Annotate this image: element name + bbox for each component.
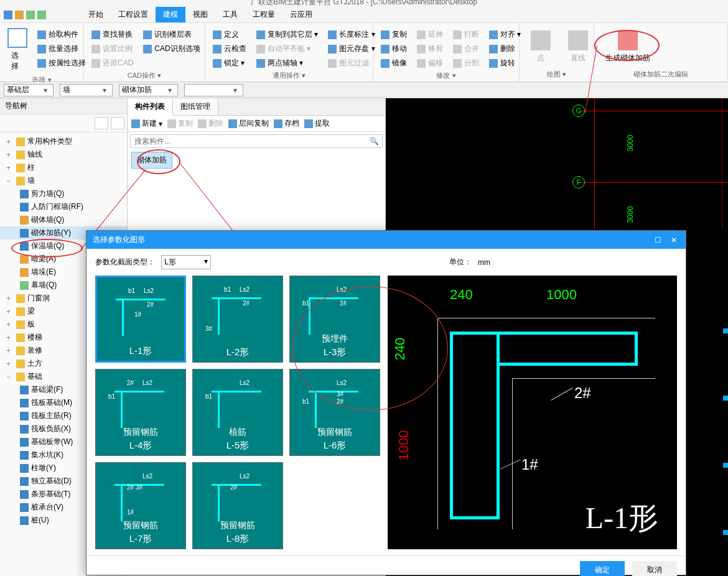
pick-element[interactable]: 拾取构件 [35, 28, 88, 41]
shape-l4[interactable]: 2#Ls2b1 预留钢筋 L-4形 [95, 369, 186, 456]
dim-depth: 1000 [396, 430, 412, 461]
preview-label: L-1形 [586, 498, 658, 538]
nav-view-btn-1[interactable] [95, 117, 108, 129]
shape-l8[interactable]: Ls22# 预留钢筋 L-8形 [192, 462, 283, 549]
unit-value: mm [478, 258, 490, 267]
shape-l2[interactable]: b1Ls22#3# L-2形 [192, 276, 283, 363]
tree-rfwall[interactable]: 人防门框墙(RF) [0, 200, 127, 213]
cancel-button[interactable]: 取消 [632, 561, 677, 576]
cloud-check[interactable]: 云检查 [210, 42, 249, 55]
trim: 修剪 [414, 42, 446, 55]
tree-column[interactable]: +柱 [0, 161, 127, 174]
shape-l6[interactable]: Ls23#2#b1 预留钢筋 L-6形 [289, 369, 380, 456]
dialog-max-icon[interactable]: ☐ [652, 236, 663, 244]
category-select[interactable]: 墙▾ [60, 84, 113, 96]
copy-floor[interactable]: 复制到其它层 ▾ [254, 28, 320, 41]
ok-button[interactable]: 确定 [580, 561, 625, 576]
draw-point: 点 [525, 26, 557, 68]
tree-shearwall[interactable]: 剪力墙(Q) [0, 187, 127, 200]
tab-cloud[interactable]: 云应用 [282, 7, 320, 22]
axis-g: G [572, 105, 585, 117]
archive[interactable]: 存档 [274, 118, 299, 129]
save-icon[interactable] [15, 11, 24, 19]
tree-wall[interactable]: −墙 [0, 174, 127, 187]
floor-copy[interactable]: 层间复制 [228, 118, 269, 129]
select-button[interactable]: 选择 [5, 26, 30, 74]
length-dim[interactable]: 长度标注 ▾ [325, 28, 377, 41]
dim-length: 1000 [546, 287, 577, 303]
lock[interactable]: 锁定 ▾ [210, 57, 249, 70]
two-point[interactable]: 两点辅轴 ▾ [254, 57, 320, 70]
dialog-title: 选择参数化图形 [93, 235, 145, 245]
tab-qty[interactable]: 工程量 [245, 7, 282, 22]
new-component[interactable]: 新建 ▾ [131, 118, 162, 129]
define[interactable]: 定义 [210, 28, 249, 41]
attr-select[interactable]: 按属性选择 [35, 57, 88, 70]
tab-tool[interactable]: 工具 [215, 7, 245, 22]
cad-options[interactable]: CAD识别选项 [141, 42, 202, 55]
instance-select[interactable]: ▾ [184, 84, 243, 96]
section-select[interactable]: L形▾ [161, 255, 211, 269]
restore-cad: 还原CAD [89, 57, 136, 70]
sub-bar: 基础层▾ 墙▾ 砌体加筋▾ ▾ [0, 82, 728, 98]
group-special-label: 砌体加筋二次编辑 [599, 68, 722, 79]
batch-select[interactable]: 批量选择 [35, 42, 88, 55]
shape-l3[interactable]: Ls22#b1 预埋件 L-3形 [289, 276, 380, 363]
set-scale: 设置比例 [89, 42, 136, 55]
floor-select[interactable]: 基础层▾ [4, 84, 54, 96]
element-filter: 图元过滤 [325, 57, 377, 70]
group-cad-label[interactable]: CAD操作 ▾ [89, 70, 200, 80]
group-modify-label[interactable]: 修改 ▾ [378, 70, 514, 80]
tab-view[interactable]: 视图 [185, 7, 215, 22]
group-general-label[interactable]: 通用操作 ▾ [210, 70, 368, 80]
copy[interactable]: 复制 [378, 28, 409, 41]
tree-masonrywall[interactable]: 砌体墙(Q) [0, 213, 127, 226]
delete[interactable]: 删除 [487, 42, 523, 55]
app-icon [4, 11, 12, 19]
dim-1: 3000 [626, 135, 635, 152]
shape-l7[interactable]: Ls22# 3#1# 预留钢筋 L-7形 [95, 462, 186, 549]
tab-model[interactable]: 建模 [156, 7, 185, 22]
find-replace[interactable]: 查找替换 [89, 28, 136, 41]
dialog-close-icon[interactable]: ✕ [668, 236, 679, 244]
auto-align: 自动平齐板 ▾ [254, 42, 320, 55]
dim-width: 240 [450, 287, 473, 303]
dialog-titlebar[interactable]: 选择参数化图形 ☐ ✕ [86, 231, 686, 249]
generate-masonry-rebar[interactable]: 生成砌体加筋 [599, 26, 656, 68]
align[interactable]: 对齐 ▾ [487, 28, 523, 41]
parametric-dialog: 选择参数化图形 ☐ ✕ 参数化截面类型： L形▾ 单位： mm b1Ls21#2… [86, 230, 686, 575]
offset: 偏移 [414, 57, 446, 70]
tab-project[interactable]: 工程设置 [111, 7, 156, 22]
shape-preview: 240 1000 240 1000 1# 2# L-1形 [388, 276, 677, 549]
dim-height: 240 [392, 338, 408, 361]
nav-toolbar [0, 114, 127, 132]
mirror[interactable]: 镜像 [378, 57, 409, 70]
move[interactable]: 移动 [378, 42, 409, 55]
element-stock[interactable]: 图元存盘 ▾ [325, 42, 377, 55]
rotate[interactable]: 旋转 [487, 57, 523, 70]
delete-component: 删除 [198, 118, 223, 129]
redo-icon[interactable] [37, 11, 46, 19]
search-icon[interactable]: 🔍 [370, 137, 379, 146]
tab-component-list[interactable]: 构件列表 [128, 98, 173, 116]
mark-1: 1# [521, 456, 538, 473]
nav-view-btn-2[interactable] [111, 117, 124, 129]
group-draw-label[interactable]: 绘图 ▾ [525, 68, 589, 79]
search-input[interactable] [130, 134, 383, 148]
tree-common[interactable]: +常用构件类型 [0, 135, 127, 148]
component-item[interactable]: 砌体加筋 [131, 152, 172, 169]
type-select[interactable]: 砌体加筋▾ [119, 84, 178, 96]
shape-l5[interactable]: Ls2b1 植筋 L-5形 [192, 369, 283, 456]
undo-icon[interactable] [26, 11, 35, 19]
extract[interactable]: 提取 [304, 118, 330, 129]
ribbon: 选择 拾取构件 批量选择 按属性选择 选择 ▾ 查找替换 设置比例 还原CAD … [0, 23, 728, 82]
shape-l1[interactable]: b1Ls21#2# L-1形 [95, 276, 186, 363]
nav-title: 导航树 [0, 98, 127, 114]
quick-access-toolbar [0, 7, 81, 22]
identify-floor[interactable]: 识别楼层表 [141, 28, 202, 41]
tab-start[interactable]: 开始 [81, 7, 111, 22]
tree-axis[interactable]: +轴线 [0, 148, 127, 161]
tab-drawing-mgmt[interactable]: 图纸管理 [173, 98, 218, 115]
shape-grid: b1Ls21#2# L-1形 b1Ls22#3# L-2形 Ls22#b1 预埋… [95, 276, 381, 549]
copy-component: 复制 [167, 118, 193, 129]
